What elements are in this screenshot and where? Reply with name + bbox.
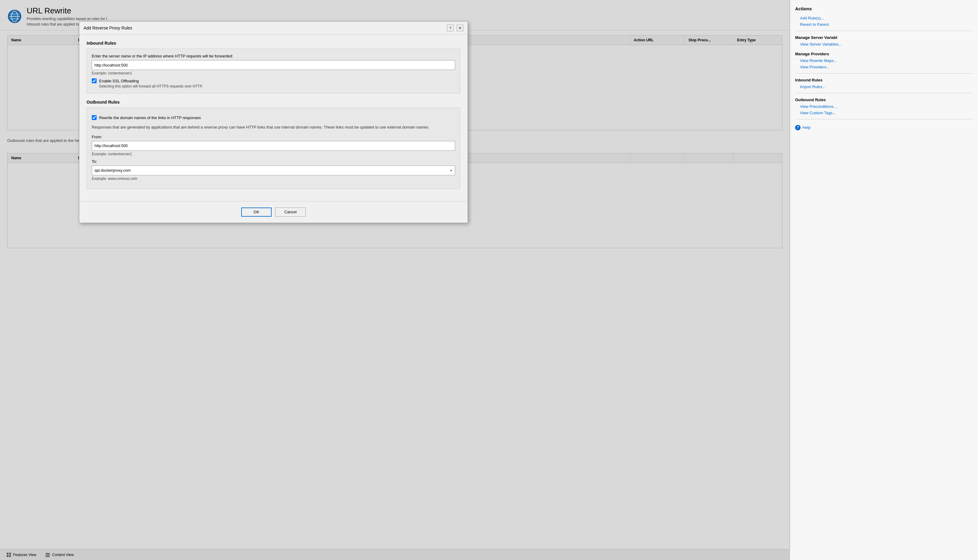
dialog-body: Inbound Rules Enter the server name or t… <box>79 35 468 201</box>
inbound-server-input[interactable] <box>92 60 455 70</box>
ssl-offloading-desc: Selecting this option will forward all H… <box>99 84 455 88</box>
from-input[interactable] <box>92 141 455 151</box>
rewrite-domain-label: Rewrite the domain names of the links in… <box>99 115 201 120</box>
dialog-help-button[interactable]: ? <box>447 25 453 31</box>
manage-providers-title: Manage Providers <box>795 52 973 56</box>
to-section: To: ▼ Example: www.contoso.com <box>92 159 455 181</box>
ssl-offloading-checkbox[interactable] <box>92 78 97 83</box>
from-section: From: Example: contentserver1 <box>92 135 455 156</box>
help-row: ? Help <box>795 124 973 131</box>
view-preconditions-link[interactable]: View Preconditions... <box>795 103 973 110</box>
view-providers-link[interactable]: View Providers... <box>795 64 973 70</box>
outbound-section-box: Rewrite the domain names of the links in… <box>87 108 460 189</box>
outbound-desc: Responses that are generated by applicat… <box>92 124 455 130</box>
outbound-section-title: Outbound Rules <box>87 100 460 105</box>
outbound-rules-title: Outbound Rules <box>795 98 973 102</box>
inbound-server-label: Enter the server name or the IP address … <box>92 54 455 58</box>
rewrite-domain-row: Rewrite the domain names of the links in… <box>92 115 455 120</box>
manage-server-title: Manage Server Variabl <box>795 35 973 40</box>
help-link[interactable]: Help <box>802 124 811 131</box>
actions-sidebar: Actions Add Rule(s)... Revert to Parent … <box>790 0 978 560</box>
revert-to-parent-link[interactable]: Revert to Parent <box>795 21 973 28</box>
view-server-variables-link[interactable]: View Server Variables... <box>795 41 973 47</box>
dialog-controls: ? ✕ <box>447 25 463 31</box>
inbound-section-title: Inbound Rules <box>87 41 460 46</box>
ssl-offloading-label: Enable SSL Offloading <box>99 79 139 83</box>
divider-2 <box>795 73 973 73</box>
inbound-rules-title: Inbound Rules <box>795 78 973 82</box>
cancel-button[interactable]: Cancel <box>275 208 306 217</box>
to-example: Example: www.contoso.com <box>92 177 455 181</box>
rewrite-domain-checkbox[interactable] <box>92 115 97 120</box>
actions-title: Actions <box>795 6 973 11</box>
view-rewrite-maps-link[interactable]: View Rewrite Maps... <box>795 57 973 64</box>
divider-3 <box>795 93 973 93</box>
to-input[interactable] <box>92 166 455 175</box>
dialog-footer: OK Cancel <box>79 201 468 223</box>
from-example: Example: contentserver1 <box>92 152 455 156</box>
add-rules-link[interactable]: Add Rule(s)... <box>795 15 973 21</box>
ok-button[interactable]: OK <box>241 208 272 217</box>
dialog-title: Add Reverse Proxy Rules <box>83 25 132 30</box>
to-select-wrapper: ▼ <box>92 166 455 175</box>
inbound-example: Example: contentserver1 <box>92 71 455 75</box>
import-rules-link[interactable]: Import Rules... <box>795 83 973 90</box>
view-custom-tags-link[interactable]: View Custom Tags... <box>795 110 973 116</box>
inbound-section-box: Enter the server name or the IP address … <box>87 48 460 93</box>
ssl-offloading-row: Enable SSL Offloading <box>92 78 455 83</box>
to-label: To: <box>92 159 455 164</box>
dialog-close-button[interactable]: ✕ <box>457 25 463 31</box>
add-reverse-proxy-dialog: Add Reverse Proxy Rules ? ✕ Inbound Rule… <box>79 21 468 223</box>
divider-1 <box>795 31 973 31</box>
from-label: From: <box>92 135 455 139</box>
dialog-titlebar: Add Reverse Proxy Rules ? ✕ <box>79 22 468 35</box>
help-icon: ? <box>795 125 801 130</box>
